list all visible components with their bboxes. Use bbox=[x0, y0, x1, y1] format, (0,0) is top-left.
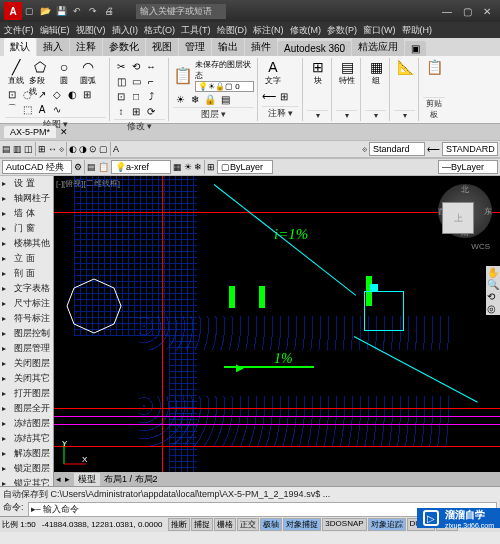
open-icon[interactable]: 📂 bbox=[38, 4, 52, 18]
tool-icon[interactable]: ☀ bbox=[184, 162, 192, 172]
tool-icon[interactable]: ⊞ bbox=[38, 144, 46, 154]
modify-icon[interactable]: ⌐ bbox=[144, 74, 158, 88]
ribbon-tab[interactable]: Autodesk 360 bbox=[278, 41, 351, 56]
layer-icon[interactable]: 🔒 bbox=[203, 92, 217, 106]
menu-item[interactable]: 视图(V) bbox=[76, 24, 106, 37]
util-button[interactable]: 📐 bbox=[394, 59, 416, 87]
modify-icon[interactable]: ⤴ bbox=[144, 89, 158, 103]
close-icon[interactable]: ✕ bbox=[478, 6, 496, 17]
ribbon-tab[interactable]: 注释 bbox=[70, 38, 102, 56]
modify-icon[interactable]: ⊡ bbox=[114, 89, 128, 103]
menu-item[interactable]: 修改(M) bbox=[290, 24, 322, 37]
tool-icon[interactable]: ▤ bbox=[87, 162, 96, 172]
ucs-icon[interactable]: XY bbox=[60, 438, 90, 468]
draw-icon[interactable]: ∿ bbox=[50, 102, 64, 116]
side-item[interactable]: ▸图层控制 bbox=[0, 326, 53, 341]
panel-label[interactable]: 修改 ▾ bbox=[114, 119, 165, 133]
file-tab[interactable]: AX-5-PM* bbox=[4, 126, 56, 138]
ribbon-tab[interactable]: 视图 bbox=[146, 38, 178, 56]
draw-icon[interactable]: ◐ bbox=[65, 87, 79, 101]
ribbon-tab[interactable]: 管理 bbox=[179, 38, 211, 56]
side-item[interactable]: ▸尺寸标注 bbox=[0, 296, 53, 311]
table-icon[interactable]: ⊞ bbox=[277, 89, 291, 103]
status-toggle[interactable]: 对象追踪 bbox=[368, 518, 406, 531]
draw-button[interactable]: ╱直线 bbox=[5, 59, 27, 87]
tab-nav-icon[interactable]: ▸ bbox=[65, 474, 70, 484]
status-toggle[interactable]: 栅格 bbox=[214, 518, 236, 531]
layer-dropdown[interactable]: 💡☀🔒▢ 0 bbox=[195, 81, 254, 92]
modify-icon[interactable]: □ bbox=[129, 89, 143, 103]
tool-icon[interactable]: ◐ bbox=[69, 144, 77, 154]
save-icon[interactable]: 💾 bbox=[54, 4, 68, 18]
modify-icon[interactable]: ⊞ bbox=[129, 104, 143, 118]
menu-item[interactable]: 格式(O) bbox=[144, 24, 175, 37]
side-item[interactable]: ▸图层管理 bbox=[0, 341, 53, 356]
layer-dropdown[interactable]: 💡 a-xref bbox=[111, 160, 171, 174]
dim-icon[interactable]: ⟵ bbox=[262, 89, 276, 103]
annoscale-icon[interactable]: ⟐ bbox=[362, 144, 367, 154]
draw-icon[interactable]: ⊞ bbox=[80, 87, 94, 101]
modify-icon[interactable]: ▭ bbox=[129, 74, 143, 88]
ribbon-tab[interactable]: 插件 bbox=[245, 38, 277, 56]
linetype-dropdown[interactable]: — ByLayer bbox=[438, 160, 498, 174]
tool-icon[interactable]: ↔ bbox=[48, 144, 57, 154]
textstyle-dropdown[interactable]: Standard bbox=[369, 142, 425, 156]
side-item[interactable]: ▸锁定图层 bbox=[0, 461, 53, 476]
menu-item[interactable]: 帮助(H) bbox=[402, 24, 433, 37]
tool-icon[interactable]: A bbox=[113, 144, 119, 154]
modify-icon[interactable]: ⟲ bbox=[129, 59, 143, 73]
side-item[interactable]: ▸剖 面 bbox=[0, 266, 53, 281]
tool-icon[interactable]: ▥ bbox=[13, 144, 22, 154]
scale-display[interactable]: 比例 1:50 bbox=[2, 519, 36, 530]
draw-icon[interactable]: ↗ bbox=[35, 87, 49, 101]
side-item[interactable]: ▸设 置 bbox=[0, 176, 53, 191]
menu-item[interactable]: 窗口(W) bbox=[363, 24, 396, 37]
tool-icon[interactable]: ⟐ bbox=[59, 144, 64, 154]
draw-icon[interactable]: ⌒ bbox=[5, 102, 19, 116]
status-toggle[interactable]: 3DOSNAP bbox=[322, 518, 366, 531]
gear-icon[interactable]: ⚙ bbox=[74, 162, 82, 172]
block-button[interactable]: ⊞块 bbox=[307, 59, 329, 87]
menu-item[interactable]: 标注(N) bbox=[253, 24, 284, 37]
tab-nav-icon[interactable]: ◂ bbox=[56, 474, 61, 484]
modify-icon[interactable]: ⟳ bbox=[144, 104, 158, 118]
draw-icon[interactable]: ⊡ bbox=[5, 87, 19, 101]
layout-tab[interactable]: 布局1 / 布局2 bbox=[104, 473, 158, 486]
orbit-icon[interactable]: ⟲ bbox=[487, 291, 499, 302]
draw-button[interactable]: ○圆 bbox=[53, 59, 75, 87]
menu-item[interactable]: 绘图(D) bbox=[217, 24, 248, 37]
side-item[interactable]: ▸冻结图层 bbox=[0, 416, 53, 431]
side-item[interactable]: ▸关闭其它 bbox=[0, 371, 53, 386]
side-item[interactable]: ▸轴网柱子 bbox=[0, 191, 53, 206]
modify-icon[interactable]: ↔ bbox=[144, 59, 158, 73]
undo-icon[interactable]: ↶ bbox=[70, 4, 84, 18]
redo-icon[interactable]: ↷ bbox=[86, 4, 100, 18]
menu-item[interactable]: 编辑(E) bbox=[40, 24, 70, 37]
tool-icon[interactable]: ❄ bbox=[194, 162, 202, 172]
modify-icon[interactable]: ✂ bbox=[114, 59, 128, 73]
drawing-canvas[interactable]: [-][俯视][二维线框] i=1% 1% ▶ 北 东 南 bbox=[54, 176, 500, 486]
ribbon-tab[interactable]: 输出 bbox=[212, 38, 244, 56]
layer-icon[interactable]: ☀ bbox=[173, 92, 187, 106]
menu-item[interactable]: 工具(T) bbox=[181, 24, 211, 37]
ribbon-tab[interactable]: ▣ bbox=[405, 41, 426, 56]
wheel-icon[interactable]: ◎ bbox=[487, 303, 499, 314]
maximize-icon[interactable]: ▢ bbox=[458, 6, 476, 17]
tool-icon[interactable]: 📋 bbox=[98, 162, 109, 172]
side-item[interactable]: ▸立 面 bbox=[0, 251, 53, 266]
side-item[interactable]: ▸墙 体 bbox=[0, 206, 53, 221]
prop-button[interactable]: ▤特性 bbox=[336, 59, 358, 87]
clip-button[interactable]: 📋 bbox=[423, 59, 445, 87]
tool-icon[interactable]: ⊞ bbox=[207, 162, 215, 172]
menu-item[interactable]: 文件(F) bbox=[4, 24, 34, 37]
layer-props-icon[interactable]: 📋 bbox=[173, 66, 193, 85]
side-item[interactable]: ▸打开图层 bbox=[0, 386, 53, 401]
layer-icon[interactable]: ❄ bbox=[188, 92, 202, 106]
new-icon[interactable]: ▢ bbox=[22, 4, 36, 18]
panel-label[interactable]: 注释 ▾ bbox=[262, 106, 299, 120]
menu-item[interactable]: 插入(I) bbox=[112, 24, 139, 37]
layer-state[interactable]: 未保存的图层状态 bbox=[195, 59, 254, 81]
ribbon-tab[interactable]: 精选应用 bbox=[352, 38, 404, 56]
modify-icon[interactable]: ↕ bbox=[114, 104, 128, 118]
dimstyle-icon[interactable]: ⟵ bbox=[427, 144, 440, 154]
